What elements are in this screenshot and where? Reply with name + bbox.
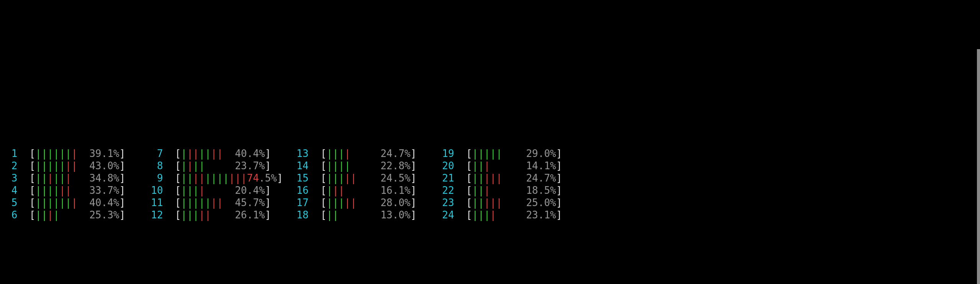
- cpu-meter-4: 4 [|||||| 33.7%]: [5, 184, 151, 196]
- summary-block: Tasks: 379, 88 thr; 6 running Load avera…: [297, 270, 534, 284]
- cpu-meter-14: 14 [|||| 22.8%]: [297, 160, 442, 172]
- cpu-meter-24: 24 [|||| 23.1%]: [442, 209, 588, 221]
- htop-window: 1 [||||||| 39.1%] 2 [||||||| 43.0%] 3 [|…: [0, 49, 980, 284]
- cpu-meter-area: 1 [||||||| 39.1%] 2 [||||||| 43.0%] 3 [|…: [5, 147, 977, 221]
- cpu-meter-23: 23 [||||| 25.0%]: [442, 196, 588, 209]
- cpu-meter-13: 13 [|||| 24.7%]: [297, 147, 442, 160]
- cpu-meter-9: 9 [|||||||||||74.5%]: [151, 172, 297, 184]
- cpu-meter-17: 17 [||||| 28.0%]: [297, 196, 442, 209]
- cpu-meter-20: 20 [||| 14.1%]: [442, 160, 588, 172]
- cpu-meter-8: 8 [|||| 23.7%]: [151, 160, 297, 172]
- blank-top: [5, 88, 977, 98]
- cpu-meter-15: 15 [||||| 24.5%]: [297, 172, 442, 184]
- cpu-meter-5: 5 [||||||| 40.4%]: [5, 196, 151, 209]
- cpu-meter-21: 21 [||||| 24.7%]: [442, 172, 588, 184]
- cpu-meter-2: 2 [||||||| 43.0%]: [5, 160, 151, 172]
- cpu-meter-10: 10 [|||| 20.4%]: [151, 184, 297, 196]
- cpu-meter-22: 22 [||| 18.5%]: [442, 184, 588, 196]
- mem-summary-row: Mem[||||||||||||||||||||||||||||14682/15…: [5, 270, 977, 284]
- cpu-meter-11: 11 [||||||| 45.7%]: [151, 196, 297, 209]
- cpu-meter-1: 1 [||||||| 39.1%]: [5, 147, 151, 160]
- cpu-meter-6: 6 [|||| 25.3%]: [5, 209, 151, 221]
- cpu-meter-18: 18 [|| 13.0%]: [297, 209, 442, 221]
- cpu-meter-12: 12 [||||| 26.1%]: [151, 209, 297, 221]
- cpu-meter-19: 19 [||||| 29.0%]: [442, 147, 588, 160]
- cpu-meter-3: 3 [|||||| 34.8%]: [5, 172, 151, 184]
- cpu-meter-16: 16 [||| 16.1%]: [297, 184, 442, 196]
- cpu-meter-7: 7 [||||||| 40.4%]: [151, 147, 297, 160]
